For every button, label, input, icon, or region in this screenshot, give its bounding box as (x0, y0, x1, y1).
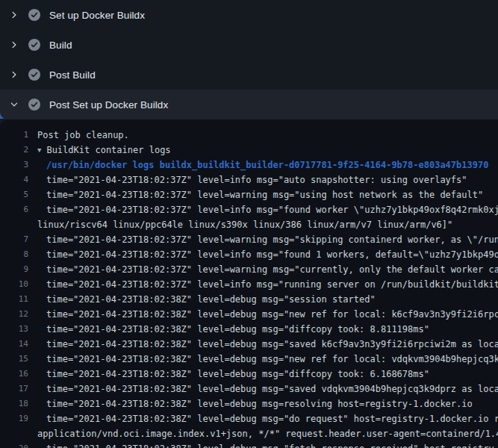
line-number[interactable]: 20 (0, 441, 28, 448)
log-text: time="2021-04-23T18:02:38Z" level=debug … (28, 307, 498, 322)
line-number[interactable]: 4 (0, 172, 28, 187)
log-text: time="2021-04-23T18:02:38Z" level=debug … (28, 382, 498, 396)
chevron-right-icon (9, 10, 19, 20)
step-row-post-build[interactable]: Post Build (0, 60, 498, 90)
check-circle-icon (28, 39, 40, 51)
log-line: 12time="2021-04-23T18:02:38Z" level=debu… (0, 307, 498, 322)
log-text: time="2021-04-23T18:02:38Z" level=debug … (28, 352, 498, 367)
step-title: Post Build (49, 69, 96, 81)
line-number[interactable]: 9 (0, 262, 28, 277)
step-row-setup-docker-buildx[interactable]: Set up Docker Buildx (0, 0, 498, 30)
chevron-right-icon (9, 70, 19, 80)
log-line: 14time="2021-04-23T18:02:38Z" level=debu… (0, 337, 498, 352)
line-number[interactable]: 17 (0, 382, 28, 396)
log-line: 19time="2021-04-23T18:02:38Z" level=debu… (0, 411, 498, 426)
line-number[interactable]: 10 (0, 277, 28, 292)
line-number[interactable]: 6 (0, 202, 28, 217)
log-text: time="2021-04-23T18:02:37Z" level=warnin… (28, 187, 483, 202)
step-title: Set up Docker Buildx (49, 10, 145, 21)
log-line: 17time="2021-04-23T18:02:38Z" level=debu… (0, 382, 498, 396)
line-number[interactable]: 5 (0, 187, 28, 202)
log-line: 4time="2021-04-23T18:02:37Z" level=info … (0, 172, 498, 187)
chevron-down-icon (9, 100, 19, 110)
log-line: 13time="2021-04-23T18:02:38Z" level=debu… (0, 322, 498, 337)
log-line: 15time="2021-04-23T18:02:38Z" level=debu… (0, 352, 498, 367)
check-circle-icon (28, 69, 40, 81)
step-list: Set up Docker Buildx Build Post Build (0, 0, 498, 119)
line-number[interactable]: 7 (0, 232, 28, 247)
step-title: Build (49, 40, 72, 51)
log-line: 11time="2021-04-23T18:02:38Z" level=debu… (0, 292, 498, 307)
log-group-title: BuildKit container logs (46, 145, 170, 155)
line-number[interactable]: 3 (0, 158, 28, 172)
log-text: time="2021-04-23T18:02:38Z" level=debug … (28, 322, 429, 337)
line-number[interactable]: 11 (0, 292, 28, 307)
line-number[interactable]: 2 (0, 143, 28, 158)
log-text: time="2021-04-23T18:02:38Z" level=debug … (28, 441, 498, 448)
log-line: 16time="2021-04-23T18:02:38Z" level=debu… (0, 367, 498, 382)
line-number[interactable]: 12 (0, 307, 28, 322)
log-line: 1Post job cleanup. (0, 128, 498, 143)
step-title: Post Set up Docker Buildx (49, 99, 168, 111)
line-number[interactable]: 13 (0, 322, 28, 337)
line-number[interactable]: 14 (0, 337, 28, 352)
line-number[interactable]: 19 (0, 411, 28, 426)
log-text: application/vnd.oci.image.index.v1+json,… (28, 426, 498, 441)
line-number[interactable]: 15 (0, 352, 28, 367)
log-command-line: 3/usr/bin/docker logs buildx_buildkit_bu… (0, 158, 498, 172)
log-text: time="2021-04-23T18:02:37Z" level=info m… (28, 202, 498, 217)
log-text: linux/riscv64 linux/ppc64le linux/s390x … (28, 217, 452, 232)
log-text: time="2021-04-23T18:02:38Z" level=debug … (28, 411, 498, 426)
log-text: time="2021-04-23T18:02:38Z" level=debug … (28, 396, 473, 411)
actions-log-viewer: Set up Docker Buildx Build Post Build (0, 0, 498, 448)
log-panel: 1Post job cleanup. 2▼BuildKit container … (0, 119, 498, 448)
check-circle-icon (28, 9, 40, 21)
log-text: Post job cleanup. (28, 128, 129, 143)
log-text: time="2021-04-23T18:02:37Z" level=info m… (28, 172, 467, 187)
log-line: 20time="2021-04-23T18:02:38Z" level=debu… (0, 441, 498, 448)
log-line: 7time="2021-04-23T18:02:37Z" level=warni… (0, 232, 498, 247)
log-text: time="2021-04-23T18:02:38Z" level=debug … (28, 337, 498, 352)
log-group-line: 2▼BuildKit container logs (0, 143, 498, 158)
log-text: time="2021-04-23T18:02:38Z" level=debug … (28, 367, 429, 382)
log-line-wrapped: linux/riscv64 linux/ppc64le linux/s390x … (0, 217, 498, 232)
line-number (0, 217, 28, 232)
log-text: time="2021-04-23T18:02:37Z" level=info m… (28, 277, 498, 292)
step-row-post-setup-docker-buildx[interactable]: Post Set up Docker Buildx (0, 90, 498, 119)
log-line: 10time="2021-04-23T18:02:37Z" level=info… (0, 277, 498, 292)
log-line-wrapped: application/vnd.oci.image.index.v1+json,… (0, 426, 498, 441)
line-number[interactable]: 18 (0, 396, 28, 411)
log-line: 5time="2021-04-23T18:02:37Z" level=warni… (0, 187, 498, 202)
chevron-right-icon (9, 40, 19, 50)
log-line: 6time="2021-04-23T18:02:37Z" level=info … (0, 202, 498, 217)
line-number (0, 426, 28, 441)
check-circle-icon (28, 99, 40, 111)
log-text: time="2021-04-23T18:02:37Z" level=info m… (28, 247, 498, 262)
line-number[interactable]: 8 (0, 247, 28, 262)
triangle-down-icon: ▼ (37, 143, 41, 158)
log-group-toggle[interactable]: ▼BuildKit container logs (28, 143, 171, 158)
log-command-text: /usr/bin/docker logs buildx_buildkit_bui… (28, 158, 488, 172)
log-line: 18time="2021-04-23T18:02:38Z" level=debu… (0, 396, 498, 411)
log-text: time="2021-04-23T18:02:37Z" level=warnin… (28, 232, 498, 247)
log-text: time="2021-04-23T18:02:37Z" level=warnin… (28, 262, 498, 277)
line-number[interactable]: 16 (0, 367, 28, 382)
log-line: 9time="2021-04-23T18:02:37Z" level=warni… (0, 262, 498, 277)
log-text: time="2021-04-23T18:02:38Z" level=debug … (28, 292, 376, 307)
line-number[interactable]: 1 (0, 128, 28, 143)
log-line: 8time="2021-04-23T18:02:37Z" level=info … (0, 247, 498, 262)
step-row-build[interactable]: Build (0, 30, 498, 60)
